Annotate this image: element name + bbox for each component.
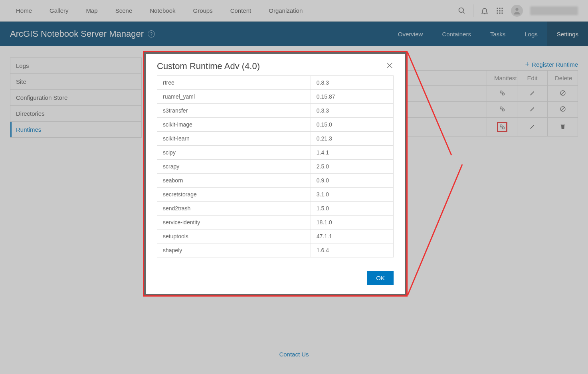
sidenav-logs[interactable]: Logs <box>10 58 141 74</box>
top-nav: Home Gallery Map Scene Notebook Groups C… <box>0 0 588 22</box>
svg-rect-5 <box>497 10 498 11</box>
package-version: 47.1.1 <box>311 230 393 243</box>
manifest-icon[interactable] <box>499 90 505 96</box>
nav-notebook[interactable]: Notebook <box>150 7 175 14</box>
package-name: scrapy <box>157 160 311 174</box>
package-row: setuptools47.1.1 <box>157 230 394 243</box>
svg-line-19 <box>561 107 564 111</box>
page-title: ArcGIS Notebook Server Manager ? <box>10 29 155 39</box>
svg-rect-8 <box>497 12 498 14</box>
nav-content[interactable]: Content <box>230 7 251 14</box>
package-version: 1.5.0 <box>311 202 393 216</box>
svg-rect-7 <box>502 10 503 11</box>
package-row: send2trash1.5.0 <box>157 202 394 216</box>
svg-point-21 <box>502 127 504 129</box>
help-icon[interactable]: ? <box>148 30 155 38</box>
footer: Contact Us <box>0 351 588 358</box>
sidenav: Logs Site Configuration Store Directorie… <box>10 57 142 138</box>
topnav-right <box>458 4 578 17</box>
package-row: rtree0.8.3 <box>157 76 394 90</box>
divider <box>473 4 473 17</box>
nav-organization[interactable]: Organization <box>269 7 303 14</box>
tab-tasks[interactable]: Tasks <box>481 22 515 46</box>
svg-rect-4 <box>502 8 503 9</box>
svg-line-15 <box>561 91 564 95</box>
nav-scene[interactable]: Scene <box>115 7 133 14</box>
sidenav-config-store[interactable]: Configuration Store <box>10 90 141 106</box>
modal-wrapper: Custom Runtime Adv (4.0) rtree0.8.3ruame… <box>143 51 408 297</box>
package-name: ruamel_yaml <box>157 90 311 104</box>
package-row: ruamel_yaml0.15.87 <box>157 90 394 104</box>
svg-point-0 <box>459 8 464 12</box>
svg-rect-3 <box>499 8 501 9</box>
svg-point-12 <box>500 91 502 93</box>
subheader: ArcGIS Notebook Server Manager ? Overvie… <box>0 22 588 46</box>
modal-footer: OK <box>157 262 394 285</box>
svg-rect-2 <box>497 8 498 9</box>
search-icon[interactable] <box>458 7 466 15</box>
tab-containers[interactable]: Containers <box>432 22 481 46</box>
package-version: 1.4.1 <box>311 146 393 160</box>
contact-us-link[interactable]: Contact Us <box>279 351 309 358</box>
package-name: setuptools <box>157 230 311 243</box>
avatar[interactable] <box>511 5 523 17</box>
apps-icon[interactable] <box>496 7 504 15</box>
package-row: s3transfer0.3.3 <box>157 104 394 118</box>
manifest-icon[interactable] <box>499 106 505 112</box>
package-name: s3transfer <box>157 104 311 118</box>
package-name: shapely <box>157 243 311 257</box>
package-name: scikit-learn <box>157 132 311 146</box>
username-blurred <box>530 6 578 15</box>
package-version: 2.5.0 <box>311 160 393 174</box>
svg-point-13 <box>502 93 504 95</box>
subnav: Overview Containers Tasks Logs Settings <box>388 22 588 46</box>
nav-map[interactable]: Map <box>86 7 98 14</box>
modal-body[interactable]: rtree0.8.3ruamel_yaml0.15.87s3transfer0.… <box>157 75 394 262</box>
sidenav-directories[interactable]: Directories <box>10 106 141 122</box>
package-name: scipy <box>157 146 311 160</box>
package-version: 0.15.87 <box>311 90 393 104</box>
delete-disabled-icon <box>560 90 566 96</box>
highlighted-manifest <box>497 122 507 132</box>
svg-point-20 <box>500 125 502 127</box>
package-version: 0.8.3 <box>311 76 393 90</box>
topnav-links: Home Gallery Map Scene Notebook Groups C… <box>16 7 303 14</box>
package-row: scikit-learn0.21.3 <box>157 132 394 146</box>
package-version: 0.9.0 <box>311 174 393 188</box>
package-name: secretstorage <box>157 188 311 202</box>
package-version: 0.3.3 <box>311 104 393 118</box>
bell-icon[interactable] <box>481 7 489 15</box>
close-icon[interactable] <box>386 61 394 71</box>
package-version: 3.1.0 <box>311 188 393 202</box>
package-row: seaborn0.9.0 <box>157 174 394 188</box>
col-delete: Delete <box>548 71 578 86</box>
sidenav-site[interactable]: Site <box>10 74 141 90</box>
modal-title: Custom Runtime Adv (4.0) <box>157 61 260 71</box>
sidenav-runtimes[interactable]: Runtimes <box>10 122 141 137</box>
nav-home[interactable]: Home <box>16 7 32 14</box>
svg-rect-6 <box>499 10 501 11</box>
svg-point-17 <box>502 109 504 111</box>
delete-icon[interactable] <box>560 123 566 130</box>
page-title-text: ArcGIS Notebook Server Manager <box>10 29 144 39</box>
tab-settings[interactable]: Settings <box>547 22 588 46</box>
nav-gallery[interactable]: Gallery <box>49 7 69 14</box>
svg-line-23 <box>408 164 462 295</box>
svg-point-16 <box>500 107 502 109</box>
ok-button[interactable]: OK <box>367 271 394 285</box>
register-runtime-button[interactable]: + Register Runtime <box>525 61 578 68</box>
package-name: scikit-image <box>157 118 311 132</box>
edit-icon[interactable] <box>529 123 536 130</box>
package-version: 1.6.4 <box>311 243 393 257</box>
tab-logs[interactable]: Logs <box>515 22 547 46</box>
package-name: service-identity <box>157 216 311 230</box>
nav-groups[interactable]: Groups <box>193 7 212 14</box>
tab-overview[interactable]: Overview <box>388 22 433 46</box>
delete-disabled-icon <box>560 106 566 112</box>
svg-point-11 <box>515 8 518 10</box>
manifest-icon[interactable] <box>499 124 505 130</box>
package-row: shapely1.6.4 <box>157 243 394 257</box>
edit-icon[interactable] <box>529 106 536 112</box>
edit-icon[interactable] <box>529 90 536 96</box>
svg-line-1 <box>463 12 465 13</box>
